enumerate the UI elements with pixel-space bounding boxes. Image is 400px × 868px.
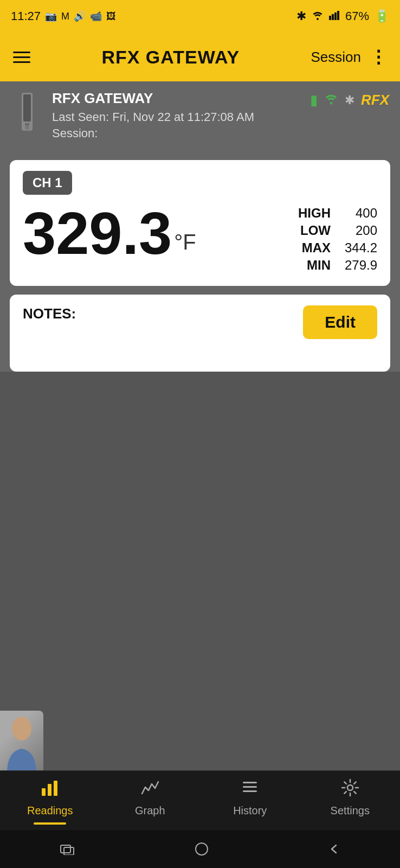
svg-rect-7 — [25, 123, 29, 125]
stat-row-low: LOW 200 — [298, 223, 377, 238]
stat-row-min: MIN 279.9 — [298, 258, 377, 273]
battery-status-icon: 🔋 — [375, 9, 389, 23]
video-status-icon: 📹 — [90, 10, 102, 22]
device-session: Session: — [52, 126, 389, 141]
svg-rect-12 — [243, 782, 257, 783]
edit-button[interactable]: Edit — [303, 305, 377, 339]
device-bluetooth-icon: ✱ — [345, 93, 354, 107]
device-wifi-icon — [324, 93, 338, 108]
readings-card: CH 1 329.3 °F HIGH 400 LOW 200 MAX 344.2 — [10, 160, 390, 286]
app-title: RFX GATEWAY — [101, 47, 240, 68]
device-icon-wrap — [11, 90, 43, 139]
wifi-status-icon — [312, 10, 324, 23]
person-silhouette — [3, 713, 41, 773]
device-icon — [15, 93, 39, 136]
svg-point-18 — [196, 843, 208, 855]
stat-value-min: 279.9 — [339, 258, 377, 273]
photo-inner — [0, 711, 43, 776]
svg-rect-5 — [23, 94, 31, 122]
device-card: RFX GATEWAY ▮ ✱ RFX Last Seen: Fri, Nov … — [0, 81, 400, 149]
stat-label-min: MIN — [300, 258, 331, 273]
svg-rect-16 — [61, 845, 70, 853]
temp-display: 329.3 °F — [23, 203, 196, 263]
app-bar: RFX GATEWAY Session ⋮ — [0, 33, 400, 81]
svg-rect-1 — [332, 14, 334, 20]
bluetooth-status-icon: ✱ — [296, 9, 306, 23]
graph-nav-label: Graph — [135, 805, 165, 817]
nav-item-settings[interactable]: Settings — [300, 778, 401, 817]
svg-rect-17 — [64, 847, 74, 855]
more-options-icon[interactable]: ⋮ — [370, 47, 387, 67]
android-nav — [0, 830, 400, 868]
main-content: CH 1 329.3 °F HIGH 400 LOW 200 MAX 344.2 — [0, 149, 400, 372]
floating-photo — [0, 711, 43, 776]
svg-rect-3 — [337, 11, 339, 20]
status-bar: 11:27 📷 M 🔊 📹 🖼 ✱ 67% 🔋 — [0, 0, 400, 33]
channel-badge: CH 1 — [23, 171, 72, 195]
nav-item-readings[interactable]: Readings — [0, 778, 100, 817]
readings-nav-icon — [41, 778, 59, 801]
history-nav-icon — [241, 778, 259, 801]
status-time: 11:27 — [11, 9, 41, 23]
stat-row-high: HIGH 400 — [298, 206, 377, 221]
status-right: ✱ 67% 🔋 — [296, 9, 389, 23]
svg-point-15 — [347, 785, 353, 790]
session-label[interactable]: Session — [311, 49, 361, 66]
svg-rect-9 — [42, 788, 46, 796]
device-info: RFX GATEWAY ▮ ✱ RFX Last Seen: Fri, Nov … — [52, 90, 389, 141]
gallery-status-icon: 🖼 — [106, 11, 116, 22]
stat-row-max: MAX 344.2 — [298, 240, 377, 256]
settings-nav-label: Settings — [331, 805, 370, 817]
stat-value-low: 200 — [339, 223, 377, 238]
bottom-nav: Readings Graph History Settings — [0, 770, 400, 830]
battery-status-percent: 67% — [345, 9, 369, 23]
svg-point-8 — [12, 717, 31, 741]
stat-label-high: HIGH — [298, 206, 331, 221]
readings-nav-label: Readings — [27, 805, 73, 817]
svg-rect-2 — [334, 12, 337, 20]
android-home-button[interactable] — [195, 842, 209, 856]
nav-item-history[interactable]: History — [200, 778, 300, 817]
graph-nav-icon — [141, 778, 159, 801]
notes-label: NOTES: — [23, 305, 76, 322]
device-status-icons: ▮ ✱ RFX — [310, 92, 389, 108]
menu-button[interactable] — [13, 52, 30, 63]
email-status-icon: M — [61, 11, 69, 22]
nav-item-graph[interactable]: Graph — [100, 778, 201, 817]
reading-main: 329.3 °F HIGH 400 LOW 200 MAX 344.2 MIN — [23, 203, 377, 273]
svg-rect-14 — [243, 790, 257, 792]
temperature-unit: °F — [174, 230, 196, 254]
svg-point-6 — [25, 125, 29, 130]
device-battery-icon: ▮ — [310, 92, 318, 108]
svg-rect-10 — [48, 784, 51, 796]
stat-label-max: MAX — [300, 240, 331, 256]
rfx-brand-label: RFX — [361, 92, 389, 108]
readings-active-bar — [34, 822, 66, 825]
android-back-button[interactable] — [328, 843, 340, 855]
volume-status-icon: 🔊 — [74, 10, 86, 22]
device-name: RFX GATEWAY — [52, 90, 153, 107]
svg-rect-0 — [329, 16, 331, 20]
app-bar-right: Session ⋮ — [311, 47, 387, 67]
svg-rect-13 — [243, 786, 257, 788]
stats-table: HIGH 400 LOW 200 MAX 344.2 MIN 279.9 — [298, 203, 377, 273]
stat-value-max: 344.2 — [339, 240, 377, 256]
history-nav-label: History — [233, 805, 267, 817]
camera-status-icon: 📷 — [45, 10, 57, 22]
stat-label-low: LOW — [300, 223, 331, 238]
temperature-value: 329.3 — [23, 203, 172, 263]
svg-rect-11 — [54, 781, 57, 796]
status-left: 11:27 📷 M 🔊 📹 🖼 — [11, 9, 116, 23]
signal-status-icon — [329, 10, 340, 23]
android-recent-button[interactable] — [60, 843, 75, 855]
device-last-seen: Last Seen: Fri, Nov 22 at 11:27:08 AM — [52, 110, 389, 124]
notes-card: NOTES: Edit — [10, 295, 390, 372]
stat-value-high: 400 — [339, 206, 377, 221]
settings-nav-icon — [341, 778, 359, 801]
